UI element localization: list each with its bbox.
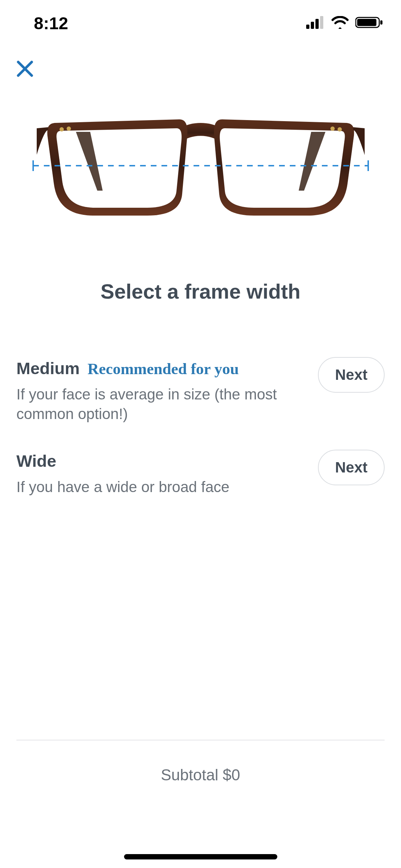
close-button[interactable] [12,57,37,82]
svg-rect-3 [320,16,323,29]
option-description: If your face is average in size (the mos… [16,384,307,424]
cellular-icon [306,16,325,30]
svg-point-10 [67,126,71,131]
status-bar: 8:12 [0,0,401,46]
option-label: Medium [16,358,80,378]
subtotal: Subtotal $0 [0,766,401,784]
next-button-wide[interactable]: Next [318,450,385,485]
status-indicators [306,16,383,30]
svg-rect-5 [357,19,376,26]
recommended-badge: Recommended for you [88,360,239,378]
frame-width-options: Medium Recommended for you If your face … [16,346,385,511]
option-medium: Medium Recommended for you If your face … [16,346,385,438]
svg-rect-2 [315,19,319,29]
option-description: If you have a wide or broad face [16,477,307,497]
home-indicator[interactable] [124,854,277,859]
svg-rect-6 [380,20,382,25]
page-title: Select a frame width [0,279,401,303]
wifi-icon [331,16,349,30]
divider [16,740,385,740]
svg-point-11 [338,127,342,131]
svg-rect-0 [306,25,309,29]
close-icon [16,60,34,79]
battery-icon [355,16,383,30]
svg-point-9 [60,127,64,131]
svg-rect-1 [311,22,314,29]
option-wide: Wide If you have a wide or broad face Ne… [16,438,385,511]
status-time: 8:12 [34,14,68,33]
svg-point-12 [330,126,335,131]
glasses-image [0,109,401,223]
next-button-medium[interactable]: Next [318,357,385,393]
option-label: Wide [16,451,56,471]
